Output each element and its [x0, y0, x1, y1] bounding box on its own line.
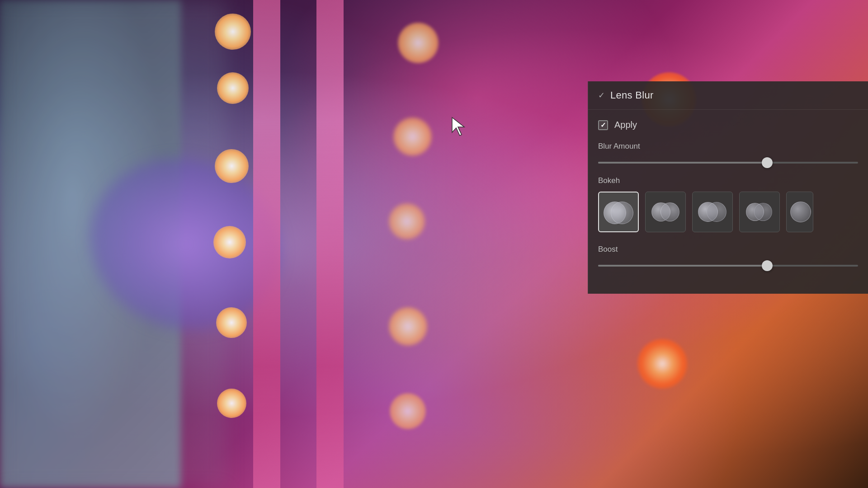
- boost-slider-container: [588, 257, 868, 275]
- apply-label: Apply: [614, 120, 637, 130]
- boost-thumb[interactable]: [762, 260, 773, 271]
- blur-amount-fill: [598, 162, 767, 164]
- panel-title: Lens Blur: [610, 89, 654, 101]
- light-circle-8: [393, 117, 432, 156]
- bokeh-circles-4: [744, 196, 775, 228]
- boost-label: Boost: [588, 240, 868, 257]
- light-circle-6: [217, 389, 246, 418]
- light-circle-9: [389, 203, 425, 239]
- light-circle-11: [390, 393, 426, 429]
- bokeh-container: [588, 188, 868, 240]
- light-circle-7: [398, 23, 439, 63]
- bokeh-circle-5a: [790, 202, 811, 222]
- bokeh-label: Bokeh: [588, 172, 868, 188]
- blur-amount-label: Blur Amount: [588, 137, 868, 154]
- bokeh-style-1[interactable]: [598, 192, 639, 232]
- bokeh-circle-2b: [660, 202, 679, 221]
- bokeh-circles-5: [787, 196, 813, 228]
- lens-blur-panel: ✓ Lens Blur Apply Blur Amount Bokeh: [588, 81, 868, 294]
- panel-header: ✓ Lens Blur: [588, 81, 868, 110]
- boost-fill: [598, 265, 767, 267]
- light-circle-1: [215, 14, 251, 50]
- collapse-icon[interactable]: ✓: [598, 90, 605, 100]
- bokeh-circles-3: [697, 196, 728, 228]
- light-circle-4: [213, 226, 246, 258]
- light-circle-10: [389, 307, 427, 346]
- apply-row: Apply: [588, 110, 868, 137]
- boost-track: [598, 265, 858, 267]
- bokeh-circles-1: [603, 196, 634, 228]
- bokeh-style-3[interactable]: [692, 192, 733, 232]
- light-circle-5: [216, 307, 247, 338]
- bokeh-style-4[interactable]: [739, 192, 780, 232]
- bokeh-circle-3b: [707, 202, 726, 222]
- light-circle-3: [215, 149, 249, 183]
- orange-light-2: [637, 339, 687, 389]
- pink-bar-right: [316, 0, 344, 488]
- light-circle-2: [217, 72, 249, 104]
- bokeh-style-2[interactable]: [645, 192, 686, 232]
- pink-bar-left: [253, 0, 280, 488]
- apply-checkbox[interactable]: [598, 120, 608, 130]
- bokeh-circle-1b: [611, 202, 633, 224]
- blur-amount-thumb[interactable]: [762, 157, 773, 168]
- bokeh-circle-4b: [754, 203, 772, 221]
- bokeh-circles-2: [650, 196, 681, 228]
- blur-amount-track: [598, 162, 858, 164]
- blur-amount-slider-container: [588, 154, 868, 172]
- bokeh-style-5[interactable]: [786, 192, 813, 232]
